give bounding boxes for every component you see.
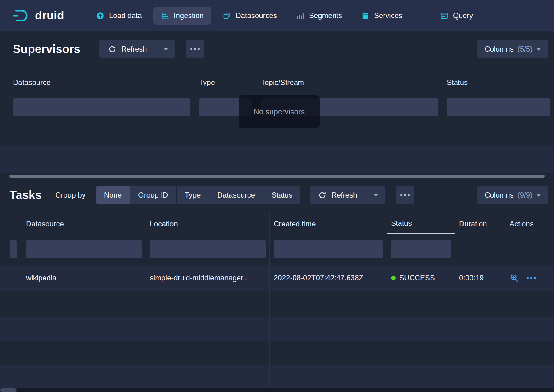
column-header-datasource[interactable]: Datasource — [22, 213, 146, 234]
empty-cell — [455, 365, 505, 389]
empty-cell — [0, 317, 22, 341]
tasks-columns-button[interactable]: Columns (9/9) — [477, 186, 548, 204]
empty-cell — [270, 317, 387, 341]
tasks-more-button[interactable] — [396, 186, 414, 204]
task-status: SUCCESS — [387, 265, 455, 291]
empty-cell — [146, 317, 270, 341]
hidden-column-filter-input[interactable] — [10, 240, 17, 258]
nav-item-services[interactable]: Services — [353, 7, 410, 25]
filter-cell — [0, 95, 194, 119]
ingestion-icon — [161, 12, 169, 20]
empty-cell — [387, 365, 455, 389]
no-supervisors-message: No supervisors — [239, 95, 320, 128]
empty-cell — [270, 341, 387, 365]
nav-item-label: Segments — [309, 11, 342, 20]
filter-cell — [22, 234, 146, 265]
empty-cell — [22, 341, 146, 365]
datasource-filter-input[interactable] — [13, 98, 190, 116]
column-header-duration[interactable]: Duration — [455, 213, 505, 234]
columns-count: (5/5) — [517, 45, 533, 53]
tasks-refresh-button[interactable]: Refresh — [310, 186, 366, 204]
column-header-location[interactable]: Location — [146, 213, 270, 234]
nav-items: Load data Ingestion — [88, 7, 481, 25]
created-time-filter-input[interactable] — [274, 240, 383, 258]
column-header-actions[interactable]: Actions — [505, 213, 554, 234]
chevron-down-icon — [373, 194, 378, 197]
filter-cell — [0, 234, 22, 265]
supervisors-refresh-button[interactable]: Refresh — [99, 40, 156, 58]
nav-item-load-data[interactable]: Load data — [88, 7, 150, 25]
empty-cell — [22, 291, 146, 317]
refresh-icon — [318, 191, 326, 199]
column-header-status[interactable]: Status — [442, 69, 554, 95]
empty-cell — [455, 341, 505, 365]
columns-label: Columns — [485, 191, 514, 199]
empty-cell — [505, 341, 554, 365]
group-by-label: Group by — [55, 191, 86, 199]
empty-cell — [270, 291, 387, 317]
group-by-datasource-button[interactable]: Datasource — [209, 186, 263, 204]
group-by-status-button[interactable]: Status — [263, 186, 300, 204]
filter-cell — [146, 234, 270, 265]
navbar: druid Load data — [0, 0, 554, 31]
chevron-down-icon — [536, 194, 541, 197]
tasks-table: Datasource Location Created time Status … — [0, 213, 554, 389]
empty-cell — [194, 146, 256, 173]
supervisors-refresh-dropdown-button[interactable] — [156, 40, 175, 58]
group-by-button-group: None Group ID Type Datasource Status — [96, 186, 301, 204]
bottom-scrollbar-track[interactable] — [0, 388, 554, 392]
success-status-dot-icon — [391, 276, 396, 280]
nav-item-label: Services — [374, 11, 402, 20]
supervisors-title: Supervisors — [13, 43, 80, 56]
empty-cell — [256, 146, 442, 173]
tasks-title: Tasks — [10, 189, 42, 202]
nav-item-datasources[interactable]: Datasources — [215, 7, 285, 25]
empty-cell — [442, 119, 554, 146]
empty-cell — [387, 317, 455, 341]
datasource-filter-input[interactable] — [26, 240, 142, 258]
refresh-icon — [108, 45, 116, 53]
task-row-cell-blank — [0, 265, 22, 291]
nav-item-label: Ingestion — [174, 11, 204, 20]
nav-item-segments[interactable]: Segments — [288, 7, 350, 25]
druid-console: druid Load data — [0, 0, 554, 392]
filter-cell — [455, 234, 505, 265]
columns-label: Columns — [485, 45, 514, 53]
column-header-datasource[interactable]: Datasource — [0, 69, 194, 95]
refresh-label: Refresh — [331, 191, 357, 199]
tasks-refresh-dropdown-button[interactable] — [366, 186, 385, 204]
filter-cell — [442, 95, 554, 119]
supervisors-columns-button[interactable]: Columns (5/5) — [477, 40, 548, 58]
nav-item-label: Datasources — [236, 11, 277, 20]
navbar-divider — [81, 9, 81, 23]
group-by-none-button[interactable]: None — [96, 186, 130, 204]
empty-cell — [0, 119, 194, 146]
brand[interactable]: druid — [12, 9, 64, 22]
bottom-scrollbar-thumb[interactable] — [0, 388, 17, 392]
refresh-label: Refresh — [121, 45, 147, 53]
column-header-blank — [0, 213, 22, 234]
supervisors-more-button[interactable] — [186, 40, 204, 58]
more-icon — [400, 194, 410, 196]
nav-item-ingestion[interactable]: Ingestion — [153, 7, 211, 25]
row-more-icon[interactable] — [527, 277, 536, 279]
nav-item-query[interactable]: Query — [432, 7, 481, 25]
empty-cell — [387, 341, 455, 365]
empty-cell — [146, 341, 270, 365]
task-location: simple-druid-middlemanager... — [146, 265, 270, 291]
status-filter-input[interactable] — [447, 98, 550, 116]
group-by-type-button[interactable]: Type — [177, 186, 209, 204]
group-by-group-id-button[interactable]: Group ID — [130, 186, 176, 204]
empty-cell — [455, 291, 505, 317]
column-header-type[interactable]: Type — [194, 69, 256, 95]
column-header-status-sorted[interactable]: Status — [387, 213, 455, 234]
empty-cell — [0, 146, 194, 173]
upload-icon — [96, 12, 104, 20]
column-header-created-time[interactable]: Created time — [270, 213, 387, 234]
magnifier-icon[interactable] — [509, 273, 519, 282]
horizontal-scrollbar[interactable] — [9, 175, 545, 178]
status-filter-input[interactable] — [391, 240, 451, 258]
column-header-topic-stream[interactable]: Topic/Stream — [256, 69, 442, 95]
location-filter-input[interactable] — [150, 240, 266, 258]
empty-cell — [387, 291, 455, 317]
